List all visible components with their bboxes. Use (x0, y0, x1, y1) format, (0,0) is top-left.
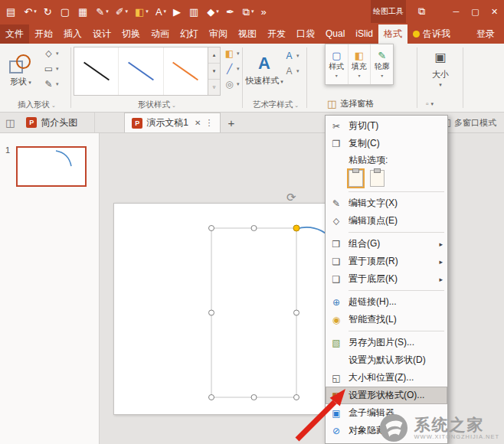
close-tab-icon[interactable]: ✕ (195, 119, 201, 127)
text-fill-icon[interactable]: A ▾ (283, 51, 299, 60)
slideshow-icon[interactable]: ▶ (170, 2, 185, 21)
tab-qual[interactable]: Qual (320, 24, 350, 44)
paste-options-row[interactable] (326, 168, 447, 189)
gallery-more-icon[interactable]: ▿ (208, 80, 220, 95)
menu-item-edit-text[interactable]: ✎ 编辑文字(X) (326, 194, 447, 212)
arrange-more-button[interactable]: ▫ ▾ (426, 100, 434, 108)
menu-separator (349, 331, 444, 331)
menu-item-hyperlink[interactable]: ⊕ 超链接(H)... (326, 293, 447, 311)
menu-item-copy[interactable]: ❐ 复制(C) (326, 135, 447, 152)
shapes-button[interactable]: 形状▾ (3, 45, 38, 96)
menu-item-save-as-picture[interactable]: ▧ 另存为图片(S)... (326, 334, 447, 351)
paste-option-keep-theme-icon[interactable] (349, 170, 363, 187)
gallery-down-icon[interactable]: ▾ (208, 64, 220, 80)
selection-pane-icon: ◫ (327, 98, 336, 109)
tab-menu-icon[interactable]: ⋮ (205, 118, 213, 128)
menu-item-send-to-back[interactable]: ❑ 置于底层(K) ▸ (326, 270, 447, 288)
menu-item-bring-to-front[interactable]: ❏ 置于顶层(R) ▸ (326, 253, 447, 270)
tab-home[interactable]: 开始 (29, 24, 58, 44)
multi-window-mode-button[interactable]: ◫ 多窗口模式 (443, 117, 504, 129)
slide-thumbnail[interactable] (16, 146, 87, 187)
group-label-shape-styles: 形状样式⌄ (74, 100, 241, 110)
menu-separator (349, 232, 444, 233)
highlighter-icon[interactable]: ✐ ▾ (113, 2, 131, 21)
slide-number: 1 (5, 145, 10, 155)
tab-review[interactable]: 审阅 (204, 24, 233, 44)
close-button[interactable]: ✕ (485, 0, 504, 23)
tab-islide[interactable]: iSlid (350, 24, 378, 44)
save-icon[interactable]: ▤ (3, 2, 20, 21)
new-slide-icon[interactable]: ▢ (57, 2, 74, 21)
redo-icon[interactable]: ↻ (41, 2, 57, 21)
tell-me-box[interactable]: 告诉我 (407, 24, 456, 44)
tab-slideshow[interactable]: 幻灯 (175, 24, 204, 44)
split-window-icon[interactable]: ◫ (5, 117, 15, 129)
fill-color-icon[interactable]: ◧ ▾ (132, 2, 152, 21)
submenu-arrow-icon: ▸ (434, 258, 443, 266)
tab-insert[interactable]: 插入 (58, 24, 87, 44)
mini-outline-button[interactable]: ✎ 轮廓 ▾ (371, 44, 393, 84)
menu-item-group[interactable]: ❒ 组合(G) ▸ (326, 235, 447, 253)
menu-item-size-and-position[interactable]: ◱ 大小和位置(Z)... (326, 369, 447, 387)
tab-view[interactable]: 视图 (233, 24, 262, 44)
tab-design[interactable]: 设计 (87, 24, 116, 44)
merge-shapes-icon[interactable]: ✎ ▾ (43, 80, 59, 89)
doc-tab-presentation1[interactable]: P 演示文稿1 ✕ ⋮ (124, 113, 221, 132)
pen-icon[interactable]: ✎ ▾ (93, 2, 111, 21)
monitor-icon[interactable]: ⧉ (418, 5, 425, 18)
mini-style-button[interactable]: ▢ 样式 ▾ (326, 44, 349, 84)
shape-outline-icon[interactable]: ╱ ▾ (224, 64, 240, 73)
shape-icon[interactable]: ◆ ▾ (204, 2, 222, 21)
group-wordart-styles: A 快速样式▾ A ▾ A ▾ 艺术字样式⌄ (247, 44, 305, 112)
more-commands-icon[interactable]: » (258, 2, 271, 21)
sign-in-link[interactable]: 登录 (467, 24, 504, 44)
menu-item-smart-lookup[interactable]: ◉ 智能查找(L) (326, 311, 447, 328)
line-style-option[interactable] (164, 47, 208, 95)
chart-icon[interactable]: ▥ (186, 2, 203, 21)
mini-fill-button[interactable]: ◧ 填充 ▾ (349, 44, 371, 84)
lightbulb-icon (413, 31, 420, 38)
table-icon[interactable]: ▦ (75, 2, 92, 21)
menu-item-cut[interactable]: ✂ 剪切(T) (326, 117, 447, 135)
tab-format[interactable]: 格式 (378, 24, 407, 44)
doc-tab-intro[interactable]: P 简介头图 (19, 113, 95, 132)
new-tab-button[interactable]: + (221, 116, 241, 129)
quick-styles-button[interactable]: A 快速样式▾ (247, 45, 282, 96)
quick-access-toolbar: ▤ ↶ ▾ ↻ ▢ ▦ (3, 0, 271, 23)
broadcast-icon[interactable]: ⧉ ▾ (240, 2, 257, 21)
maximize-button[interactable]: ▢ (466, 0, 485, 23)
minimize-button[interactable]: ─ (447, 0, 466, 23)
tab-pocket[interactable]: 口袋 (291, 24, 320, 44)
slide-canvas[interactable] (113, 203, 360, 415)
text-box-icon[interactable]: ▭ ▾ (43, 64, 59, 73)
tab-file[interactable]: 文件 (0, 24, 29, 44)
menu-item-edit-points[interactable]: ⬦ 编辑顶点(E) (326, 212, 447, 230)
watermark-title: 系统之家 (414, 416, 499, 433)
selection-pane-button[interactable]: ◫ 选择窗格 (327, 98, 374, 109)
undo-icon[interactable]: ↶ ▾ (21, 2, 39, 21)
ink-icon[interactable]: ✒ (223, 2, 239, 21)
text-outline-icon[interactable]: A ▾ (283, 67, 299, 76)
mini-toolbar: ▢ 样式 ▾ ◧ 填充 ▾ ✎ 轮廓 ▾ (325, 44, 394, 85)
menu-item-format-shape[interactable]: ◧ 设置形状格式(O)... (326, 387, 447, 404)
contextual-tab-header-drawing-tools[interactable]: 绘图工具 (371, 0, 406, 23)
line-style-option[interactable] (119, 47, 163, 95)
shape-fill-icon[interactable]: ◧ ▾ (224, 49, 240, 58)
tab-transitions[interactable]: 切换 (116, 24, 146, 44)
font-color-icon[interactable]: A ▾ (152, 2, 169, 21)
tab-developer[interactable]: 开发 (262, 24, 291, 44)
edit-shape-icon[interactable]: ⬦ ▾ (43, 49, 59, 58)
group-shape-styles: ▴▾▿ ◧ ▾ ╱ ▾ ◎ ▾ (74, 44, 241, 112)
chevron-down-icon: ▾ (280, 79, 283, 84)
gallery-up-icon[interactable]: ▴ (208, 47, 220, 64)
shape-effects-icon[interactable]: ◎ ▾ (224, 80, 240, 89)
line-style-option[interactable] (74, 47, 119, 95)
watermark-subtitle: WWW.XITONGZHIJIA.NET (414, 433, 499, 440)
tab-animations[interactable]: 动画 (146, 24, 175, 44)
shapes-icon (9, 54, 32, 73)
submenu-arrow-icon: ▸ (434, 276, 443, 283)
menu-item-set-default-shape[interactable]: 设置为默认形状(D) (326, 351, 447, 369)
paste-option-picture-icon[interactable] (370, 170, 385, 187)
wordart-a-icon: A (258, 55, 270, 72)
rotate-handle-icon[interactable]: ⟳ (286, 191, 296, 203)
